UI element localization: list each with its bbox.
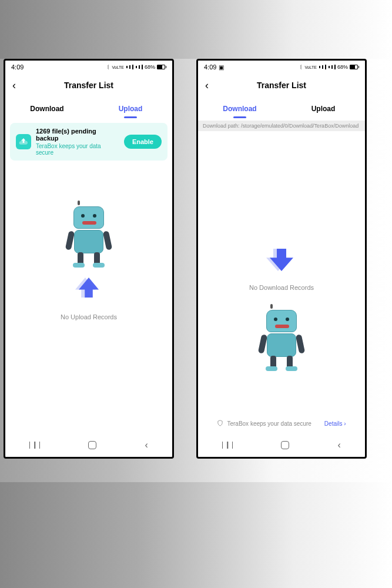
battery-icon [350,65,359,69]
status-time: 4:09 [11,64,24,71]
nav-back-button[interactable]: ‹ [145,440,148,450]
back-button[interactable]: ‹ [205,79,209,92]
tab-upload[interactable]: Upload [282,97,365,121]
tab-upload[interactable]: Upload [89,97,172,121]
nav-home-button[interactable] [88,441,96,449]
wifi-icon: ⧙ [300,64,303,70]
empty-state-text: No Download Records [198,284,365,291]
backup-banner: 1269 file(s) pending backup TeraBox keep… [10,123,167,161]
phone-right: 4:09 ▣ ⧙ VoLTE 68% ‹ Transfer List [196,59,367,459]
battery-percent: 68% [145,64,155,70]
banner-title: 1269 file(s) pending backup [36,128,119,142]
battery-percent: 68% [337,64,348,70]
status-time: 4:09 [204,64,216,71]
robot-illustration [256,308,307,372]
signal-icon [126,65,133,69]
battery-icon [157,65,166,69]
phone-left: 4:09 ⧙ VoLTE 68% ‹ Transfer List [4,59,174,459]
page-title: Transfer List [198,81,365,90]
page-title: Transfer List [5,81,172,90]
empty-state-text: No Upload Records [5,313,172,320]
android-nav-bar: ‹ [198,433,365,457]
volte-icon: VoLTE [112,65,124,69]
robot-illustration [63,204,114,269]
signal-icon-2 [328,65,336,69]
nav-recents-button[interactable] [222,442,233,449]
header: ‹ Transfer List [198,74,365,97]
tab-download[interactable]: Download [5,97,89,121]
banner-subtitle: TeraBox keeps your data secure [36,143,119,156]
header: ‹ Transfer List [5,74,172,97]
details-link[interactable]: Details › [324,420,346,427]
back-button[interactable]: ‹ [12,79,16,92]
status-bar: 4:09 ⧙ VoLTE 68% [5,61,172,74]
arrow-down-icon [270,249,293,271]
status-bar: 4:09 ▣ ⧙ VoLTE 68% [198,61,365,74]
shield-icon [217,420,223,427]
screenshot-icon: ▣ [219,64,224,71]
download-path: Download path: /storage/emulated/0/Downl… [198,121,365,131]
arrow-up-icon [79,278,99,298]
tabs: Download Upload [198,97,365,121]
footer-secure-text: TeraBox keeps your data secure [227,420,311,427]
volte-icon: VoLTE [304,65,317,69]
android-nav-bar: ‹ [5,433,172,457]
tab-download[interactable]: Download [198,97,282,121]
wifi-icon: ⧙ [107,64,110,70]
cloud-upload-icon [16,134,31,149]
enable-button[interactable]: Enable [124,135,162,149]
footer-secure-row: TeraBox keeps your data secure Details › [198,420,365,427]
signal-icon-2 [135,65,143,69]
nav-recents-button[interactable] [29,442,40,449]
tabs: Download Upload [5,97,172,121]
signal-icon [319,65,326,69]
nav-home-button[interactable] [281,441,289,449]
nav-back-button[interactable]: ‹ [338,440,341,450]
